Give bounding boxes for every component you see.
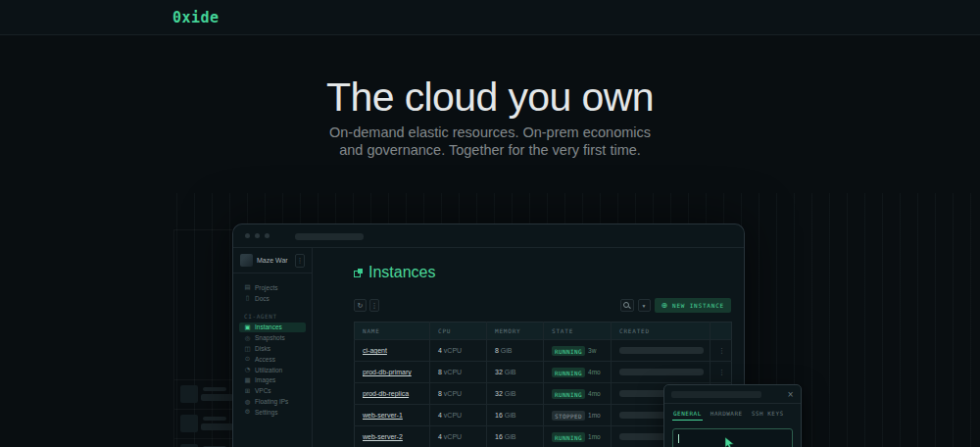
column-header-name[interactable]: NAME <box>355 323 430 340</box>
column-header-memory[interactable]: MEMORY <box>487 323 544 340</box>
tab-hardware[interactable]: HARDWARE <box>710 410 743 417</box>
oxide-logo[interactable]: 0xide <box>172 9 220 26</box>
vpcs-icon: ⊞ <box>244 387 251 395</box>
tab-general[interactable]: GENERAL <box>673 410 702 417</box>
memory-unit: GiB <box>505 369 516 375</box>
page-title: Instances <box>354 264 435 281</box>
memory-value: 8 <box>495 347 499 354</box>
cpu-unit: vCPU <box>444 433 462 440</box>
sidebar-item-utilization[interactable]: ◔ Utilization <box>239 365 306 375</box>
workspace-switcher[interactable]: Maze War ⋮ <box>233 248 312 273</box>
cpu-value: 4 <box>438 412 442 419</box>
sidebar-item-projects[interactable]: ▤ Projects <box>239 282 306 293</box>
instance-link[interactable]: web-server-1 <box>363 412 403 419</box>
new-instance-button[interactable]: ⊕ NEW INSTANCE <box>655 298 731 313</box>
more-vertical-icon: ⋮ <box>718 347 725 355</box>
memory-value: 16 <box>495 433 503 440</box>
instances-icon: ▣ <box>244 323 251 331</box>
new-instance-label: NEW INSTANCE <box>672 302 724 309</box>
more-vertical-icon: ⋮ <box>371 302 378 310</box>
column-header-cpu[interactable]: CPU <box>430 323 487 340</box>
instances-toolbar: ↻ ⋮ ▼ ⊕ NEW INSTANCE <box>354 298 731 313</box>
modal-title-placeholder <box>671 391 761 398</box>
memory-unit: GiB <box>505 412 516 419</box>
cpu-value: 8 <box>438 390 442 397</box>
sidebar-item-label: Snapshots <box>255 334 285 341</box>
memory-value: 16 <box>495 412 503 419</box>
background-list-item <box>174 438 233 447</box>
instance-age: 4mo <box>588 369 601 375</box>
instance-age: 3w <box>588 347 596 354</box>
sidebar-item-label: Settings <box>255 409 278 416</box>
plus-circle-icon: ⊕ <box>662 302 669 310</box>
sidebar-item-settings[interactable]: ⚙ Settings <box>239 407 306 418</box>
folder-icon: ▤ <box>244 283 251 291</box>
sidebar-item-disks[interactable]: ◫ Disks <box>239 343 306 354</box>
top-navbar: 0xide <box>0 0 980 35</box>
refresh-button[interactable]: ↻ <box>354 299 367 312</box>
cpu-value: 8 <box>438 369 442 375</box>
sidebar-item-instances[interactable]: ▣ Instances <box>239 323 306 333</box>
instance-link[interactable]: web-server-2 <box>363 433 403 440</box>
sidebar-item-label: Disks <box>255 345 270 352</box>
sidebar-item-docs[interactable]: ▯ Docs <box>239 293 306 304</box>
document-icon: ▯ <box>244 294 251 302</box>
hero-subtitle-line1: On-demand elastic resources. On-prem eco… <box>329 124 651 140</box>
status-badge: RUNNING <box>552 389 585 399</box>
workspace-menu-button[interactable]: ⋮ <box>295 254 305 268</box>
filter-button[interactable]: ▼ <box>638 299 651 312</box>
sidebar-section-label: CI-AGENT <box>244 313 301 320</box>
utilization-icon: ◔ <box>244 366 251 373</box>
hero-title: The cloud you own <box>0 74 980 121</box>
instance-age: 1mo <box>588 412 601 419</box>
page: 0xide The cloud you own On-demand elasti… <box>0 0 980 447</box>
more-vertical-icon: ⋮ <box>718 369 725 376</box>
close-icon[interactable]: × <box>787 390 794 399</box>
console-sidebar: Maze War ⋮ ▤ Projects ▯ Docs CI-AGENT <box>233 248 313 447</box>
sidebar-item-snapshots[interactable]: ◎ Snapshots <box>239 332 306 343</box>
mouse-cursor-icon <box>724 437 736 447</box>
row-menu-button[interactable]: ⋮ <box>710 362 732 383</box>
sidebar-item-vpcs[interactable]: ⊞ VPCs <box>239 385 306 396</box>
memory-unit: GiB <box>501 347 513 354</box>
sidebar-item-floating-ips[interactable]: ◍ Floating IPs <box>239 396 306 407</box>
search-icon <box>623 302 630 309</box>
row-menu-button[interactable]: ⋮ <box>710 340 732 362</box>
sidebar-item-label: Utilization <box>255 367 282 373</box>
instance-age: 4mo <box>588 390 601 397</box>
memory-unit: GiB <box>505 390 516 397</box>
modal-tabs: GENERAL HARDWARE SSH KEYS <box>664 404 801 422</box>
images-icon: ▦ <box>244 376 251 384</box>
page-title-text: Instances <box>368 264 435 281</box>
ghost-item-icon <box>180 385 198 403</box>
column-header-state[interactable]: STATE <box>544 323 612 340</box>
table-more-button[interactable]: ⋮ <box>369 299 379 312</box>
ghost-text-placeholder <box>203 387 226 391</box>
sidebar-item-label: Projects <box>255 284 277 291</box>
url-bar-placeholder[interactable] <box>295 233 364 240</box>
tab-ssh-keys[interactable]: SSH KEYS <box>752 410 784 417</box>
cpu-value: 4 <box>438 347 442 354</box>
instance-link[interactable]: ci-agent <box>363 347 387 354</box>
column-header-created[interactable]: CREATED <box>612 323 710 340</box>
sidebar-item-images[interactable]: ▦ Images <box>239 375 306 386</box>
cpu-unit: vCPU <box>444 390 462 397</box>
snapshots-icon: ◎ <box>244 334 251 342</box>
instance-age: 1mo <box>588 433 601 440</box>
text-caret <box>678 434 679 443</box>
hero-subtitle-line2: and governance. Together for the very fi… <box>339 142 641 158</box>
instance-link[interactable]: prod-db-primary <box>363 369 412 375</box>
workspace-name: Maze War <box>257 257 288 264</box>
sidebar-item-access[interactable]: ⊙ Access <box>239 354 306 365</box>
filter-icon: ▼ <box>642 303 647 309</box>
cpu-unit: vCPU <box>444 369 462 375</box>
created-placeholder <box>619 347 704 354</box>
background-list-item <box>174 379 233 409</box>
instance-link[interactable]: prod-db-replica <box>363 390 409 397</box>
table-row: prod-db-primary 8 vCPU 32 GiB RUNNING4mo… <box>355 362 732 383</box>
column-header-actions <box>710 323 732 340</box>
sidebar-top-nav: ▤ Projects ▯ Docs <box>233 273 312 304</box>
settings-icon: ⚙ <box>244 408 251 416</box>
search-button[interactable] <box>620 299 634 312</box>
table-row: ci-agent 4 vCPU 8 GiB RUNNING3w ⋮ <box>355 340 732 362</box>
